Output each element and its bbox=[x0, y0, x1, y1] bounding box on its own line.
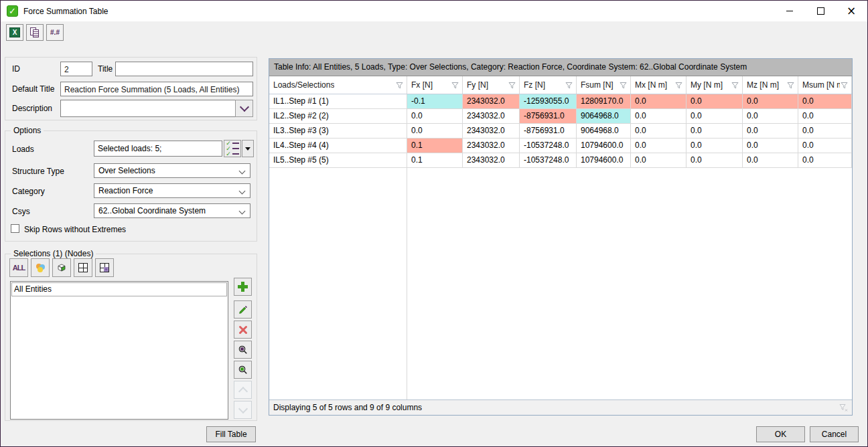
grid-icon bbox=[78, 263, 88, 272]
row-label-cell: IL3..Step #3 (3) bbox=[269, 124, 407, 138]
close-button[interactable]: × bbox=[836, 1, 867, 21]
value-cell: -0.1 bbox=[407, 94, 463, 108]
grid-view-button[interactable] bbox=[74, 258, 92, 277]
filter-icon[interactable] bbox=[565, 81, 573, 90]
select-loads-button[interactable]: ✓ ✓ ✓ bbox=[224, 140, 241, 157]
value-cell: -8756931.0 bbox=[520, 109, 577, 123]
table-row[interactable]: IL5..Step #5 (5)0.12343032.0-10537248.01… bbox=[269, 153, 852, 168]
structure-type-label: Structure Type bbox=[12, 167, 64, 176]
row-label-cell: IL5..Step #5 (5) bbox=[269, 153, 407, 167]
options-group: Options Loads Selected loads: 5; ✓ ✓ ✓ S… bbox=[5, 130, 257, 242]
description-input[interactable] bbox=[60, 100, 236, 117]
ok-button[interactable]: OK bbox=[756, 426, 805, 442]
table-info-bar: Table Info: All Entities, 5 Loads, Type:… bbox=[269, 59, 852, 76]
copy-icon bbox=[29, 27, 40, 38]
loads-value[interactable]: Selected loads: 5; bbox=[94, 141, 222, 157]
column-header[interactable]: My [N m] bbox=[686, 76, 743, 94]
skip-rows-label: Skip Rows without Extremes bbox=[24, 225, 126, 234]
value-cell: 0.0 bbox=[631, 153, 686, 167]
maximize-button[interactable] bbox=[805, 1, 836, 21]
force-summation-table-dialog: ✓ Force Summation Table × X #.# ID 2 Tit… bbox=[0, 0, 868, 447]
filter-icon[interactable] bbox=[786, 81, 795, 90]
copy-table-button[interactable] bbox=[26, 24, 44, 41]
table-row[interactable]: IL3..Step #3 (3)0.02343032.0-8756931.090… bbox=[269, 124, 852, 139]
maximize-icon bbox=[817, 7, 824, 15]
add-selection-button[interactable] bbox=[234, 278, 252, 296]
column-header[interactable]: Mz [N m] bbox=[743, 76, 798, 94]
show-selection-button[interactable] bbox=[234, 341, 252, 359]
row-label-cell: IL2..Step #2 (2) bbox=[269, 109, 407, 123]
filter-icon[interactable] bbox=[731, 81, 739, 90]
number-format-button[interactable]: #.# bbox=[46, 24, 64, 41]
column-header[interactable]: Fz [N] bbox=[520, 76, 577, 94]
row-label-cell: IL1..Step #1 (1) bbox=[269, 94, 407, 108]
title-input[interactable] bbox=[115, 62, 253, 76]
description-label: Description bbox=[12, 104, 52, 113]
identification-group: ID 2 Title Default Title Reaction Force … bbox=[5, 57, 257, 120]
value-cell: 9064968.0 bbox=[577, 109, 631, 123]
loads-dropdown-button[interactable] bbox=[242, 140, 254, 157]
delete-selection-button[interactable] bbox=[234, 321, 252, 339]
filter-icon[interactable] bbox=[619, 81, 628, 90]
selections-group: Selections (1) (Nodes) ALL All Entities bbox=[5, 254, 257, 421]
edit-selection-button[interactable] bbox=[234, 300, 252, 319]
preview-selection-button[interactable] bbox=[234, 361, 252, 379]
move-down-button[interactable] bbox=[234, 401, 252, 419]
default-title-label: Default Title bbox=[12, 84, 54, 94]
column-label: Fx [N] bbox=[411, 80, 433, 90]
minimize-button[interactable] bbox=[774, 1, 805, 21]
grid-status-text: Displaying 5 of 5 rows and 9 of 9 column… bbox=[273, 403, 422, 412]
value-cell: -10537248.0 bbox=[520, 139, 577, 153]
skip-rows-checkbox[interactable] bbox=[11, 224, 19, 233]
row-label-cell: IL4..Step #4 (4) bbox=[269, 139, 407, 153]
close-icon: × bbox=[847, 5, 856, 17]
value-cell: -10537248.0 bbox=[520, 153, 577, 167]
column-label: Mx [N m] bbox=[635, 80, 667, 90]
result-table-panel: Table Info: All Entities, 5 Loads, Type:… bbox=[269, 58, 853, 416]
fill-table-button[interactable]: Fill Table bbox=[206, 426, 256, 442]
value-cell: 2343032.0 bbox=[463, 139, 520, 153]
column-header[interactable]: Fy [N] bbox=[463, 76, 520, 94]
column-header[interactable]: Fsum [N] bbox=[577, 76, 631, 94]
select-all-button[interactable]: ALL bbox=[9, 258, 28, 277]
column-header[interactable]: Fx [N] bbox=[407, 76, 463, 94]
grid-selection-button[interactable] bbox=[95, 258, 114, 277]
filter-icon[interactable] bbox=[674, 81, 683, 90]
number-format-icon: #.# bbox=[50, 29, 60, 36]
filter-icon[interactable] bbox=[451, 81, 459, 90]
category-select[interactable]: Reaction Force bbox=[94, 183, 250, 198]
value-cell: 0.0 bbox=[686, 109, 743, 123]
csys-select[interactable]: 62..Global Coordinate System bbox=[94, 203, 250, 218]
cancel-button[interactable]: Cancel bbox=[810, 426, 859, 442]
magnifier-purple-icon bbox=[238, 345, 248, 355]
value-cell: 12809170.0 bbox=[577, 94, 631, 108]
filter-icon[interactable] bbox=[508, 81, 516, 90]
column-header[interactable]: Mx [N m] bbox=[631, 76, 686, 94]
move-up-button[interactable] bbox=[234, 381, 252, 399]
export-excel-button[interactable]: X bbox=[6, 24, 23, 41]
value-cell: 0.0 bbox=[686, 153, 743, 167]
structure-type-select[interactable]: Over Selections bbox=[94, 163, 250, 178]
table-row[interactable]: IL2..Step #2 (2)0.02343032.0-8756931.090… bbox=[269, 109, 852, 124]
selections-list[interactable]: All Entities bbox=[10, 281, 228, 420]
column-header[interactable]: Loads/Selections bbox=[269, 76, 407, 94]
column-header[interactable]: Msum [N m] bbox=[798, 76, 852, 94]
clear-filter-icon[interactable] bbox=[839, 403, 848, 412]
table-row[interactable]: IL4..Step #4 (4)0.12343032.0-10537248.01… bbox=[269, 139, 852, 153]
chevron-down-icon bbox=[239, 168, 246, 175]
minimize-icon bbox=[786, 11, 793, 11]
value-cell: 0.0 bbox=[743, 94, 798, 108]
chevron-down-icon bbox=[239, 102, 248, 112]
filter-icon[interactable] bbox=[840, 81, 849, 90]
color-groups-button[interactable] bbox=[31, 258, 50, 277]
value-cell: 0.0 bbox=[798, 124, 852, 138]
solid-entities-button[interactable] bbox=[52, 258, 71, 277]
grid-selection-icon bbox=[100, 263, 109, 272]
magnifier-green-icon bbox=[238, 365, 248, 375]
table-row[interactable]: IL1..Step #1 (1)-0.12343032.0-12593055.0… bbox=[269, 94, 852, 109]
filter-icon[interactable] bbox=[395, 81, 404, 90]
list-item[interactable]: All Entities bbox=[11, 282, 227, 296]
value-cell: 0.0 bbox=[798, 139, 852, 153]
value-cell: 0.0 bbox=[743, 124, 798, 138]
description-dropdown-button[interactable] bbox=[235, 100, 253, 117]
